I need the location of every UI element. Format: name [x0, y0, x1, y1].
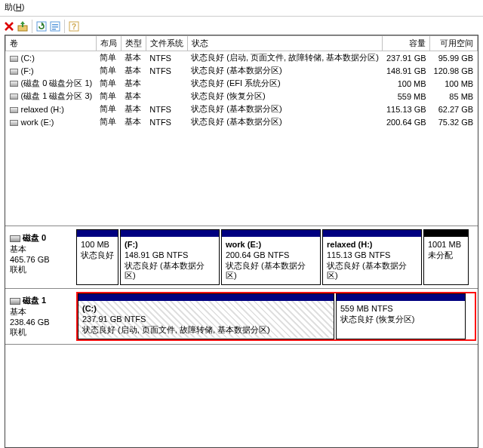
vol-free: 100 MB	[430, 77, 478, 90]
svg-rect-5	[52, 29, 56, 30]
partition-size: 237.91 GB NTFS	[82, 315, 330, 325]
vol-pct: 81 %	[477, 64, 478, 77]
partition-bar	[323, 230, 421, 237]
partition-size: 115.13 GB NTFS	[327, 250, 417, 261]
properties-icon[interactable]	[49, 20, 61, 32]
partition-bar	[424, 230, 468, 237]
vol-layout: 简单	[96, 103, 121, 115]
disk-icon	[10, 235, 20, 242]
vol-free: 62.27 GB	[430, 103, 478, 115]
col-status[interactable]: 状态	[187, 36, 383, 51]
vol-status: 状态良好 (基本数据分区)	[187, 103, 383, 115]
table-row[interactable]: work (E:)简单基本NTFS状态良好 (基本数据分区)200.64 GB7…	[6, 115, 478, 128]
table-row[interactable]: (磁盘 1 磁盘分区 3)简单基本状态良好 (恢复分区)559 MB85 MB1…	[6, 90, 478, 103]
vol-name: work (E:)	[6, 115, 97, 128]
disk-type: 基本	[10, 306, 73, 318]
partition[interactable]: 559 MB NTFS状态良好 (恢复分区)	[336, 293, 466, 339]
disk-label[interactable]: 磁盘 0基本465.76 GB联机	[7, 229, 76, 285]
vol-type: 基本	[121, 64, 146, 77]
disk-state: 联机	[10, 264, 73, 275]
vol-capacity: 237.91 GB	[383, 51, 430, 65]
volume-list-pane[interactable]: 卷 布局 类型 文件系统 状态 容量 可用空间 % 可用 (C:)简单基本NTF…	[5, 35, 478, 226]
volume-icon	[10, 94, 18, 100]
vol-name: (F:)	[6, 64, 97, 77]
col-volume[interactable]: 卷	[6, 36, 97, 51]
partition-status: 状态良好 (基本数据分区)	[327, 261, 417, 282]
partition[interactable]: relaxed (H:)115.13 GB NTFS状态良好 (基本数据分区)	[322, 229, 422, 285]
partition-status: 状态良好 (基本数据分区)	[125, 261, 215, 282]
vol-name: (磁盘 1 磁盘分区 3)	[6, 90, 97, 103]
disk-name: 磁盘 0	[23, 233, 46, 242]
vol-fs	[146, 90, 187, 103]
svg-rect-3	[52, 24, 58, 26]
disk-map-pane[interactable]: 磁盘 0基本465.76 GB联机100 MB状态良好(F:)148.91 GB…	[5, 226, 478, 345]
vol-capacity: 115.13 GB	[383, 103, 430, 115]
vol-free: 75.32 GB	[430, 115, 478, 128]
vol-pct: 38 %	[477, 115, 478, 128]
partition-body: work (E:)200.64 GB NTFS状态良好 (基本数据分区)	[222, 237, 320, 284]
volume-icon	[10, 107, 18, 113]
table-row[interactable]: (F:)简单基本NTFS状态良好 (基本数据分区)148.91 GB120.98…	[6, 64, 478, 77]
vol-type: 基本	[121, 90, 146, 103]
partition-title: work (E:)	[226, 240, 316, 250]
upload-icon[interactable]	[17, 20, 29, 32]
vol-layout: 简单	[96, 90, 121, 103]
col-layout[interactable]: 布局	[96, 36, 121, 51]
table-row[interactable]: (磁盘 0 磁盘分区 1)简单基本状态良好 (EFI 系统分区)100 MB10…	[6, 77, 478, 90]
volume-header-row[interactable]: 卷 布局 类型 文件系统 状态 容量 可用空间 % 可用	[6, 36, 478, 51]
partition[interactable]: (F:)148.91 GB NTFS状态良好 (基本数据分区)	[120, 229, 220, 285]
col-fs[interactable]: 文件系统	[146, 36, 187, 51]
partition-status: 状态良好 (启动, 页面文件, 故障转储, 基本数据分区)	[82, 325, 330, 336]
toolbar: ?	[0, 18, 483, 35]
svg-text:?: ?	[72, 23, 76, 31]
vol-pct: 40 %	[477, 51, 478, 65]
partition-size: 200.64 GB NTFS	[226, 250, 316, 261]
disk-label[interactable]: 磁盘 1基本238.46 GB联机	[7, 292, 76, 341]
partition-bar	[78, 294, 334, 301]
partition-body: 559 MB NTFS状态良好 (恢复分区)	[337, 301, 465, 328]
col-pctfree[interactable]: % 可用	[477, 36, 478, 51]
partition-body: 100 MB状态良好	[77, 237, 118, 264]
partition[interactable]: (C:)237.91 GB NTFS状态良好 (启动, 页面文件, 故障转储, …	[78, 293, 334, 339]
col-type[interactable]: 类型	[121, 36, 146, 51]
refresh-icon[interactable]	[35, 20, 48, 32]
vol-pct: 100 %	[477, 77, 478, 90]
vol-layout: 简单	[96, 115, 121, 128]
volume-icon	[10, 81, 18, 87]
vol-type: 基本	[121, 77, 146, 90]
menubar: 助(H)	[0, 0, 483, 14]
partition-status: 状态良好 (恢复分区)	[340, 315, 461, 325]
partition-size: 148.91 GB NTFS	[125, 250, 215, 261]
partition-bar	[121, 230, 219, 237]
partition-status: 状态良好	[81, 250, 114, 261]
partition-status: 未分配	[428, 250, 464, 261]
menu-help[interactable]: 助(H)	[5, 2, 24, 11]
partition[interactable]: 100 MB状态良好	[76, 229, 118, 285]
vol-fs: NTFS	[146, 51, 187, 65]
vol-pct: 54 %	[477, 103, 478, 115]
partition-body: (F:)148.91 GB NTFS状态良好 (基本数据分区)	[121, 237, 219, 284]
vol-type: 基本	[121, 103, 146, 115]
partition[interactable]: 1001 MB未分配	[423, 229, 469, 285]
delete-icon[interactable]	[3, 20, 15, 32]
col-free[interactable]: 可用空间	[430, 36, 478, 51]
vol-name: (C:)	[6, 51, 97, 65]
partition[interactable]: work (E:)200.64 GB NTFS状态良好 (基本数据分区)	[221, 229, 321, 285]
partition-title: (C:)	[82, 304, 330, 315]
vol-status: 状态良好 (EFI 系统分区)	[187, 77, 383, 90]
disk-size: 465.76 GB	[10, 255, 73, 264]
table-row[interactable]: relaxed (H:)简单基本NTFS状态良好 (基本数据分区)115.13 …	[6, 103, 478, 115]
help-icon[interactable]: ?	[68, 20, 80, 32]
partition-status: 状态良好 (基本数据分区)	[226, 261, 316, 282]
table-row[interactable]: (C:)简单基本NTFS状态良好 (启动, 页面文件, 故障转储, 基本数据分区…	[6, 51, 478, 65]
vol-free: 95.99 GB	[430, 51, 478, 65]
toolbar-separator	[64, 20, 65, 33]
vol-fs: NTFS	[146, 64, 187, 77]
partition-title: (F:)	[125, 240, 215, 250]
disk-name: 磁盘 1	[23, 296, 46, 305]
disk-type: 基本	[10, 244, 73, 255]
partition-map: 100 MB状态良好(F:)148.91 GB NTFS状态良好 (基本数据分区…	[76, 229, 476, 285]
svg-rect-4	[52, 26, 58, 28]
col-capacity[interactable]: 容量	[383, 36, 430, 51]
vol-layout: 简单	[96, 64, 121, 77]
